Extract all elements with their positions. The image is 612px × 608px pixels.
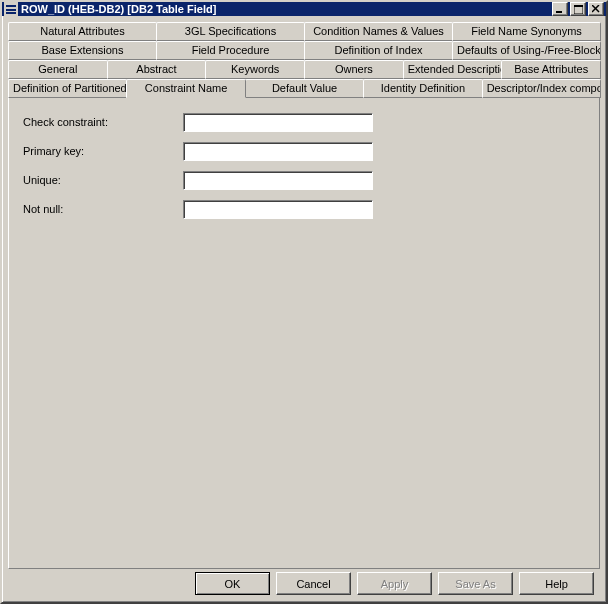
row-primary-key: Primary key:	[21, 141, 587, 161]
row-unique: Unique:	[21, 170, 587, 190]
tab-condition-names-values[interactable]: Condition Names & Values	[304, 22, 453, 41]
apply-button[interactable]: Apply	[357, 572, 432, 595]
tab-extended-description[interactable]: Extended Description	[403, 60, 503, 79]
minimize-icon	[556, 5, 564, 13]
input-check-constraint[interactable]	[183, 113, 373, 132]
save-as-button[interactable]: Save As	[438, 572, 513, 595]
tab-default-value[interactable]: Default Value	[245, 79, 364, 98]
tab-keywords[interactable]: Keywords	[205, 60, 305, 79]
svg-rect-3	[556, 11, 562, 13]
label-unique: Unique:	[21, 174, 183, 186]
button-bar: OK Cancel Apply Save As Help	[8, 569, 600, 598]
tab-owners[interactable]: Owners	[304, 60, 404, 79]
tab-abstract[interactable]: Abstract	[107, 60, 207, 79]
svg-rect-0	[6, 5, 16, 7]
window-icon	[4, 2, 18, 16]
tab-defaults-using-free-block[interactable]: Defaults of Using-/Free-Block	[452, 41, 601, 60]
title-bar: ROW_ID (HEB-DB2) [DB2 Table Field]	[2, 2, 606, 16]
input-unique[interactable]	[183, 171, 373, 190]
dialog-window: ROW_ID (HEB-DB2) [DB2 Table Field] Natur…	[0, 0, 608, 604]
tab-definition-partitioned-index[interactable]: Definition of Partitioned Index	[8, 79, 127, 98]
help-button[interactable]: Help	[519, 572, 594, 595]
maximize-icon	[574, 5, 583, 14]
ok-button[interactable]: OK	[195, 572, 270, 595]
label-check-constraint: Check constraint:	[21, 116, 183, 128]
tab-3gl-specifications[interactable]: 3GL Specifications	[156, 22, 305, 41]
input-primary-key[interactable]	[183, 142, 373, 161]
tab-row-3: General Abstract Keywords Owners Extende…	[8, 60, 600, 79]
close-icon	[592, 5, 600, 13]
svg-rect-5	[574, 5, 583, 7]
tab-field-procedure[interactable]: Field Procedure	[156, 41, 305, 60]
tab-general[interactable]: General	[8, 60, 108, 79]
svg-rect-2	[6, 12, 16, 14]
minimize-button[interactable]	[552, 2, 568, 16]
tab-field-name-synonyms[interactable]: Field Name Synonyms	[452, 22, 601, 41]
tab-row-2: Base Extensions Field Procedure Definiti…	[8, 41, 600, 60]
tab-constraint-name[interactable]: Constraint Name	[126, 79, 245, 98]
window-title: ROW_ID (HEB-DB2) [DB2 Table Field]	[21, 3, 550, 15]
tab-definition-of-index[interactable]: Definition of Index	[304, 41, 453, 60]
maximize-button[interactable]	[570, 2, 586, 16]
tab-natural-attributes[interactable]: Natural Attributes	[8, 22, 157, 41]
tab-base-extensions[interactable]: Base Extensions	[8, 41, 157, 60]
tab-strip: Natural Attributes 3GL Specifications Co…	[8, 22, 600, 569]
close-button[interactable]	[588, 2, 604, 16]
row-not-null: Not null:	[21, 199, 587, 219]
tab-descriptor-index-composition[interactable]: Descriptor/Index composition	[482, 79, 601, 98]
tab-identity-definition[interactable]: Identity Definition	[363, 79, 482, 98]
client-area: Natural Attributes 3GL Specifications Co…	[2, 16, 606, 604]
tab-page-constraint-name: Check constraint: Primary key: Unique: N…	[8, 97, 600, 569]
svg-rect-1	[6, 9, 16, 11]
window-controls	[550, 2, 604, 16]
input-not-null[interactable]	[183, 200, 373, 219]
tab-row-1: Natural Attributes 3GL Specifications Co…	[8, 22, 600, 41]
row-check-constraint: Check constraint:	[21, 112, 587, 132]
tab-row-4: Definition of Partitioned Index Constrai…	[8, 79, 600, 98]
cancel-button[interactable]: Cancel	[276, 572, 351, 595]
label-not-null: Not null:	[21, 203, 183, 215]
tab-base-attributes[interactable]: Base Attributes	[501, 60, 601, 79]
label-primary-key: Primary key:	[21, 145, 183, 157]
